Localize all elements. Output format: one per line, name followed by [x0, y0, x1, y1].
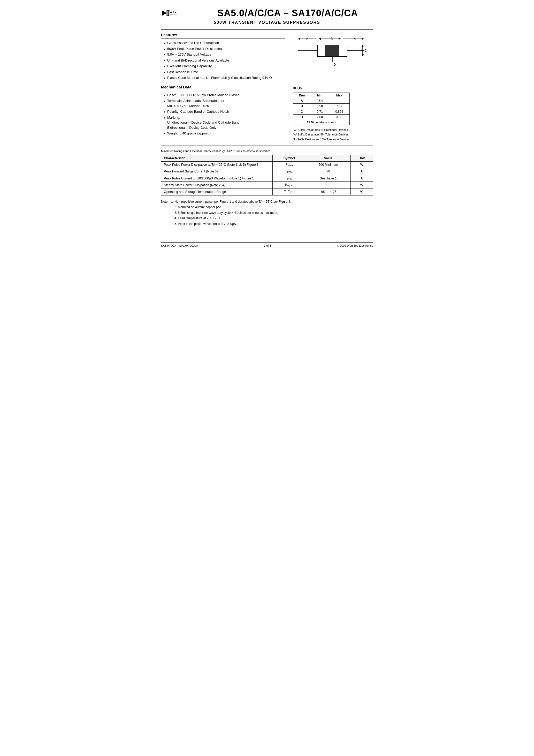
table-row: Operating and Storage Temperature Range … — [161, 188, 373, 195]
suffix-note-c: "C" Suffix Designates Bi-directional Dev… — [293, 127, 350, 132]
table-row: D 2.60 3.60 — [293, 114, 350, 120]
diode-diagram-svg: A B A — [295, 35, 368, 71]
svg-marker-14 — [338, 38, 341, 40]
table-row: C 0.71 0.864 — [293, 109, 350, 114]
val-pppm: 500 Minimum — [306, 161, 351, 168]
svg-marker-25 — [361, 45, 364, 47]
features-mechanical-layout: Features Glass Passivated Die Constructi… — [161, 33, 373, 81]
feature-item: Glass Passivated Die Construction — [164, 40, 285, 45]
note-2: 2. Mounted on 40mm² copper pad. — [161, 204, 373, 210]
dim-b-min: 5.50 — [311, 103, 329, 109]
table-row: Peak Pulse Power Dissipation at TA = 25°… — [161, 161, 373, 168]
note-4: 4. Lead temperature at 75°C = TL — [161, 216, 373, 221]
dim-c: C — [293, 109, 311, 114]
feature-item: Excellent Clamping Capability — [164, 64, 285, 69]
header-divider — [161, 30, 373, 30]
page-footer: SA5.0/A/CA – SA170/A/C/CA 1 of 5 © 2002 … — [161, 242, 373, 247]
features-list: Glass Passivated Die Construction 500W P… — [161, 40, 285, 80]
do15-col-max: Max — [329, 93, 349, 98]
dim-d-min: 2.60 — [311, 114, 329, 120]
mech-item: Polarity: Cathode Band or Cathode Notch — [164, 109, 285, 114]
svg-marker-13 — [319, 38, 321, 40]
svg-marker-16 — [362, 38, 364, 40]
unit-pppm: W — [351, 161, 373, 168]
suffix-notes: "C" Suffix Designates Bi-directional Dev… — [293, 127, 350, 142]
do15-title: DO-15 — [293, 86, 302, 90]
val-ifsm: 70 — [306, 168, 351, 175]
svg-marker-26 — [361, 54, 364, 56]
do15-col-dim: Dim — [293, 93, 311, 98]
suffix-note-none: No Suffix Designates 10% Tolerance Devic… — [293, 137, 350, 142]
table-row: A 25.4 — — [293, 98, 350, 103]
unit-ifsm: A — [351, 168, 373, 175]
col-unit: Unit — [351, 155, 373, 161]
feature-item: 500W Peak Pulse Power Dissipation — [164, 46, 285, 51]
wte-logo-icon: WTE POWER SEMICONDUCTORS — [161, 8, 176, 18]
val-pmav: 1.0 — [306, 182, 351, 188]
sym-ippm: IPPM — [273, 175, 306, 181]
dim-d: D — [293, 114, 311, 120]
diode-diagram-area: A B A — [290, 33, 373, 81]
svg-text:POWER SEMICONDUCTORS: POWER SEMICONDUCTORS — [170, 14, 176, 15]
ratings-subtitle: @TA=25°C unless otherwise specified — [222, 149, 271, 152]
unit-temp: °C — [351, 188, 373, 195]
val-ippm: See Table 1 — [306, 175, 351, 181]
table-row: Steady State Power Dissipation (Note 2, … — [161, 182, 373, 188]
table-row: B 5.50 7.62 — [293, 103, 350, 109]
note-5: 5. Peak pulse power waveform is 10/1000μ… — [161, 221, 373, 227]
sym-temp: Ti, TSTG — [273, 188, 306, 195]
mechanical-column: Mechanical Data Case: JEDEC DO-15 Low Pr… — [161, 85, 285, 142]
ratings-divider — [161, 146, 373, 146]
svg-marker-11 — [298, 38, 300, 40]
page-header: WTE POWER SEMICONDUCTORS SA5.0/A/C/CA – … — [161, 8, 373, 19]
feature-item: Uni- and Bi-Directional Versions Availab… — [164, 58, 285, 63]
ratings-table: Characteristic Symbol Value Unit Peak Pu… — [161, 155, 373, 196]
dim-b: B — [293, 103, 311, 109]
char-pmav: Steady State Power Dissipation (Note 2, … — [161, 182, 273, 188]
svg-rect-20 — [325, 45, 339, 56]
col-value: Value — [306, 155, 351, 161]
feature-item: Plastic Case Material has UL Flammabilit… — [164, 75, 285, 80]
all-dimensions-label: All Dimensions in mm — [293, 120, 350, 124]
mechanical-list: Case: JEDEC DO-15 Low Profile Molded Pla… — [161, 93, 285, 136]
svg-text:C: C — [364, 49, 367, 52]
mech-item: Weight: 0.40 grams (approx.) — [164, 131, 285, 136]
dim-c-max: 0.864 — [329, 109, 349, 114]
do15-area: DO-15 Dim Min Max A 25.4 — — [290, 85, 373, 142]
logo-area: WTE POWER SEMICONDUCTORS — [161, 8, 202, 18]
dim-d-max: 3.60 — [329, 114, 349, 120]
dim-c-min: 0.71 — [311, 109, 329, 114]
note-3: 3. 8.3ms single half sine-wave duty cycl… — [161, 210, 373, 216]
do15-dimensions-table: Dim Min Max A 25.4 — B 5.50 7.62 — [293, 93, 350, 125]
features-divider — [161, 39, 285, 39]
dim-a: A — [293, 98, 311, 103]
do15-col-min: Min — [311, 93, 329, 98]
mech-item: Case: JEDEC DO-15 Low Profile Molded Pla… — [164, 93, 285, 98]
table-row-footer: All Dimensions in mm — [293, 120, 350, 124]
footer-left: SA5.0/A/CA – SA170/A/C/CA — [161, 244, 198, 247]
feature-item-fast-response: Fast Response Time — [164, 69, 285, 75]
page-title: SA5.0/A/C/CA – SA170/A/C/CA — [202, 8, 373, 19]
sym-ifsm: IFSM — [273, 168, 306, 175]
dim-b-max: 7.62 — [329, 103, 349, 109]
sym-pppm: PPPM — [273, 161, 306, 168]
ratings-section: Maximum Ratings and Electrical Character… — [161, 149, 373, 196]
mechanical-title: Mechanical Data — [161, 85, 285, 89]
feature-item: 5.0V – 170V Standoff Voltage — [164, 52, 285, 57]
char-ippm: Peak Pulse Current on 10/1000μS Waveform… — [161, 175, 273, 181]
svg-rect-1 — [167, 10, 167, 16]
mech-item: Terminals: Axial Leads, Solderable perMI… — [164, 98, 285, 108]
svg-text:D: D — [334, 63, 336, 67]
footer-right: © 2002 Won-Top Electronics — [337, 244, 373, 247]
char-temp: Operating and Storage Temperature Range — [161, 188, 273, 195]
footer-center: 1 of 5 — [264, 244, 271, 247]
svg-text:WTE: WTE — [170, 10, 176, 13]
val-temp: -65 to +175 — [306, 188, 351, 195]
col-characteristic: Characteristic — [161, 155, 273, 161]
unit-pmav: W — [351, 182, 373, 188]
note-label: Note: 1. Non-repetitive current pulse, p… — [161, 199, 373, 205]
page-subtitle: 500W TRANSIENT VOLTAGE SUPPRESSORS — [161, 20, 373, 25]
char-pppm: Peak Pulse Power Dissipation at TA = 25°… — [161, 161, 273, 168]
mechanical-layout: Mechanical Data Case: JEDEC DO-15 Low Pr… — [161, 85, 373, 142]
char-ifsm: Peak Forward Surge Current (Note 3) — [161, 168, 273, 175]
